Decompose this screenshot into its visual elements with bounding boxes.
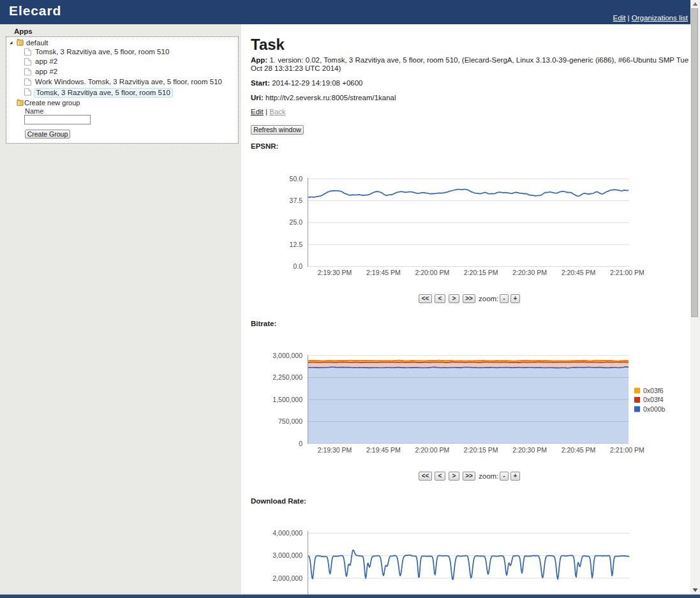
- svg-text:0x03f6: 0x03f6: [643, 387, 664, 394]
- svg-text:2:20:15 PM: 2:20:15 PM: [464, 269, 498, 276]
- svg-text:50.0: 50.0: [290, 175, 303, 183]
- svg-text:2:19:45 PM: 2:19:45 PM: [366, 446, 401, 454]
- svg-text:0x000b: 0x000b: [643, 405, 666, 413]
- svg-text:37.5: 37.5: [290, 197, 303, 204]
- svg-text:750,000: 750,000: [278, 417, 302, 425]
- svg-text:0x03f4: 0x03f4: [643, 396, 664, 403]
- svg-text:2:20:30 PM: 2:20:30 PM: [512, 269, 547, 276]
- svg-text:12.5: 12.5: [290, 241, 303, 248]
- svg-text:3,000,000: 3,000,000: [272, 551, 302, 559]
- svg-text:2:19:45 PM: 2:19:45 PM: [366, 269, 401, 276]
- svg-text:25.0: 25.0: [290, 218, 303, 226]
- svg-text:0: 0: [299, 440, 302, 447]
- svg-text:2:20:30 PM: 2:20:30 PM: [512, 446, 547, 454]
- svg-text:2,250,000: 2,250,000: [272, 373, 302, 381]
- svg-text:2:19:30 PM: 2:19:30 PM: [318, 446, 352, 454]
- svg-text:3,000,000: 3,000,000: [272, 352, 302, 359]
- svg-text:2,000,000: 2,000,000: [272, 574, 302, 582]
- svg-text:2:20:00 PM: 2:20:00 PM: [415, 269, 449, 276]
- svg-text:2:21:00 PM: 2:21:00 PM: [610, 269, 644, 276]
- svg-text:2:20:45 PM: 2:20:45 PM: [562, 269, 596, 276]
- svg-text:4,000,000: 4,000,000: [272, 529, 302, 537]
- svg-text:2:20:45 PM: 2:20:45 PM: [562, 446, 596, 454]
- svg-text:2:21:00 PM: 2:21:00 PM: [610, 446, 644, 454]
- svg-text:2:20:15 PM: 2:20:15 PM: [464, 446, 498, 454]
- svg-text:2:19:30 PM: 2:19:30 PM: [318, 269, 352, 276]
- svg-text:0.0: 0.0: [293, 262, 302, 270]
- svg-text:1,500,000: 1,500,000: [272, 396, 302, 403]
- svg-text:2:20:00 PM: 2:20:00 PM: [415, 446, 449, 454]
